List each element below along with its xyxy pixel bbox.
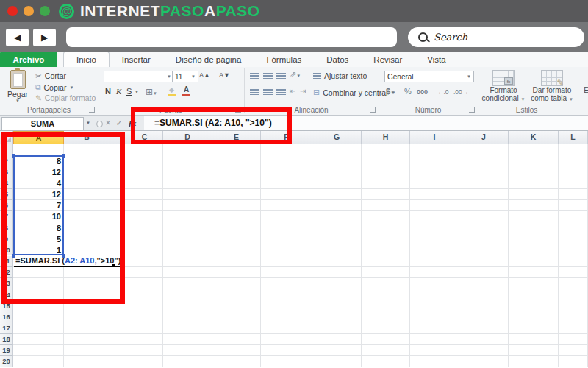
search-placeholder: Search xyxy=(434,32,467,43)
decrease-decimal-button[interactable]: .00→ xyxy=(453,88,468,96)
cut-label: Cortar xyxy=(45,71,66,80)
shrink-font-button[interactable]: A▼ xyxy=(219,71,230,79)
format-painter-icon: ✎ xyxy=(35,93,42,102)
cancel-button[interactable]: × xyxy=(103,117,113,129)
tab-archivo[interactable]: Archivo xyxy=(0,52,57,67)
row-header-18[interactable]: 18 xyxy=(0,334,13,345)
underline-button[interactable]: S xyxy=(126,87,132,96)
annotation-rectangle-formula-bar xyxy=(131,107,292,144)
align-right-icon[interactable] xyxy=(276,89,286,95)
maximize-window-icon[interactable] xyxy=(40,6,50,16)
decrease-indent-button[interactable]: ⇤ xyxy=(290,87,295,95)
copy-button[interactable]: ⧉ Copiar ▼ xyxy=(35,82,74,92)
percent-button[interactable]: % xyxy=(404,87,412,96)
align-bottom-icon[interactable] xyxy=(276,73,286,79)
gridline-vertical xyxy=(260,144,261,367)
chevron-down-icon[interactable]: ▼ xyxy=(135,90,139,94)
conditional-formatting-button[interactable]: fx Formato condicional ▼ xyxy=(481,70,526,104)
name-box[interactable]: SUMA xyxy=(1,117,84,130)
ribbon-tab-strip: Archivo InicioInsertarDiseño de páginaFó… xyxy=(0,52,588,67)
chevron-down-icon: ▼ xyxy=(153,91,157,96)
font-name-select[interactable]: ▼ xyxy=(104,71,174,82)
borders-button[interactable]: ⊞▼ xyxy=(146,87,157,97)
chevron-down-icon: ▼ xyxy=(467,74,471,79)
paste-label: Pegar xyxy=(4,90,31,99)
close-window-icon[interactable] xyxy=(7,6,18,16)
address-bar[interactable] xyxy=(66,27,397,47)
align-center-icon[interactable] xyxy=(263,89,273,95)
font-size-select[interactable]: 11▼ xyxy=(172,71,198,82)
brand-wordmark: INTERNETPASOAPASO xyxy=(80,2,260,20)
fill-color-icon: ◆ xyxy=(169,86,174,93)
confirm-button[interactable]: ✓ xyxy=(114,117,124,129)
tab-vista[interactable]: Vista xyxy=(415,52,458,67)
column-header-K[interactable]: K xyxy=(509,131,559,144)
dialog-launcher-icon[interactable] xyxy=(370,107,376,113)
row-header-20[interactable]: 20 xyxy=(0,356,13,367)
bold-button[interactable]: N xyxy=(105,87,111,96)
dialog-launcher-icon[interactable] xyxy=(469,107,475,113)
cut-button[interactable]: ✂ Cortar xyxy=(35,71,66,80)
cell-styles-label-2: celda xyxy=(578,94,588,102)
thousands-button[interactable]: 000 xyxy=(417,88,428,96)
annotation-rectangle-data-range xyxy=(1,132,125,304)
paste-button[interactable]: Pegar ▼ xyxy=(4,70,31,103)
chevron-down-icon: ▼ xyxy=(167,74,171,79)
chevron-down-icon: ▼ xyxy=(4,99,31,103)
format-painter-label: Copiar formato xyxy=(45,93,96,102)
grow-font-button[interactable]: A▲ xyxy=(199,71,210,79)
internetpasoapaso-logo-icon: @ xyxy=(59,4,74,19)
currency-button[interactable]: $▼ xyxy=(386,87,395,96)
align-middle-icon[interactable] xyxy=(263,73,273,79)
column-header-J[interactable]: J xyxy=(459,131,509,144)
tab-insertar[interactable]: Insertar xyxy=(110,52,163,67)
tab-fórmulas[interactable]: Fórmulas xyxy=(254,52,314,67)
wrap-text-button[interactable]: Ajustar texto xyxy=(313,71,367,80)
wrap-text-label: Ajustar texto xyxy=(324,71,367,80)
gridline-vertical xyxy=(126,144,126,367)
back-button[interactable]: ◀ xyxy=(6,29,29,46)
column-header-G[interactable]: G xyxy=(312,131,362,144)
copy-icon: ⧉ xyxy=(35,82,41,92)
row-header-19[interactable]: 19 xyxy=(0,345,13,356)
group-number: General▼ $▼ % 000 ←.0 .00→ Número xyxy=(379,67,478,115)
number-format-select[interactable]: General▼ xyxy=(384,71,474,82)
gridline-vertical xyxy=(558,144,559,367)
conditional-formatting-icon: fx xyxy=(492,70,514,86)
group-styles: fx Formato condicional ▼ ✎ Dar formato c… xyxy=(478,67,588,115)
format-painter-button[interactable]: ✎ Copiar formato xyxy=(35,93,96,102)
group-clipboard: Pegar ▼ ✂ Cortar ⧉ Copiar ▼ ✎ Copiar for… xyxy=(0,67,98,115)
tab-datos[interactable]: Datos xyxy=(314,52,361,67)
fill-color-button[interactable]: ◆ xyxy=(168,86,176,96)
borders-icon: ⊞ xyxy=(146,87,153,97)
tab-inicio[interactable]: Inicio xyxy=(63,52,110,67)
minimize-window-icon[interactable] xyxy=(24,6,34,16)
dialog-launcher-icon[interactable] xyxy=(89,107,95,113)
increase-decimal-button[interactable]: ←.0 xyxy=(437,88,449,96)
tab-diseño-de-página[interactable]: Diseño de página xyxy=(163,52,254,67)
column-header-I[interactable]: I xyxy=(410,131,459,144)
cell-styles-button[interactable]: Estilos de celda xyxy=(578,70,588,102)
orientation-button[interactable]: ⇗▼ xyxy=(290,70,301,79)
name-box-dropdown-icon[interactable]: ▼ xyxy=(83,117,93,129)
brand-word: INTERNET xyxy=(80,2,160,19)
align-left-icon[interactable] xyxy=(250,89,259,95)
chevron-down-icon: ▼ xyxy=(520,97,525,102)
font-color-button[interactable]: A xyxy=(182,86,190,96)
row-header-16[interactable]: 16 xyxy=(0,311,13,322)
format-as-table-button[interactable]: ✎ Dar formato como tabla ▼ xyxy=(529,70,575,104)
number-format-value: General xyxy=(387,73,414,81)
column-header-L[interactable]: L xyxy=(559,131,588,144)
search-input[interactable]: Search xyxy=(408,27,584,47)
table-label-1: Dar formato xyxy=(529,86,575,94)
italic-button[interactable]: K xyxy=(116,87,121,96)
forward-button[interactable]: ▶ xyxy=(33,29,56,46)
tab-revisar[interactable]: Revisar xyxy=(361,52,415,67)
row-header-17[interactable]: 17 xyxy=(0,322,13,333)
format-as-table-icon: ✎ xyxy=(541,70,563,86)
column-header-H[interactable]: H xyxy=(362,131,410,144)
increase-indent-button[interactable]: ⇥ xyxy=(300,87,306,95)
conditional-label-2: condicional ▼ xyxy=(481,94,526,104)
align-top-icon[interactable] xyxy=(250,73,259,79)
chevron-down-icon: ▼ xyxy=(569,97,573,102)
